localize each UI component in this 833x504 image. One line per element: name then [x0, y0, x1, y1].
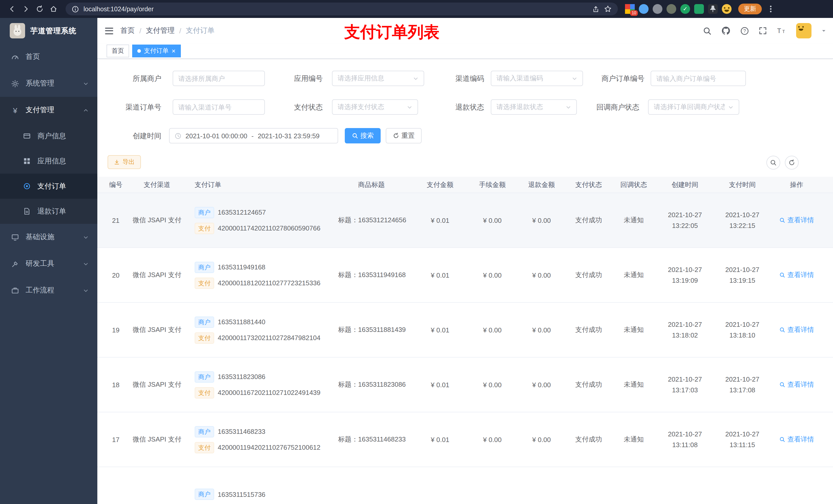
view-detail-link[interactable]: 查看详情 — [779, 325, 814, 334]
close-icon[interactable]: × — [172, 48, 175, 54]
sidebar-item-pay[interactable]: ¥ 支付管理 — [0, 97, 97, 123]
github-icon[interactable] — [721, 26, 731, 35]
sidebar-item-label: 支付管理 — [26, 105, 54, 115]
view-detail-link[interactable]: 查看详情 — [779, 380, 814, 389]
extension-face-icon[interactable] — [722, 4, 732, 14]
tab-home[interactable]: 首页 — [106, 45, 129, 57]
svg-text:T: T — [782, 29, 785, 34]
pay-status-filter-select[interactable]: 请选择支付状态 — [332, 99, 418, 115]
cell-status: 支付成功 — [566, 216, 611, 225]
date-range-start[interactable]: 2021-10-01 00:00:00 — [186, 132, 247, 140]
url-bar[interactable]: localhost:1024/pay/order — [66, 3, 618, 15]
table-row[interactable]: 21 微信 JSAPI 支付 商户1635312124657 支付4200001… — [97, 193, 833, 248]
user-avatar[interactable] — [796, 23, 811, 39]
merchant-filter-input[interactable] — [173, 71, 265, 86]
view-detail-link[interactable]: 查看详情 — [779, 270, 814, 280]
cell-status: 支付成功 — [566, 380, 611, 389]
sidebar-item-merchant-info[interactable]: 商户信息 — [0, 123, 97, 148]
app-filter-select[interactable]: 请选择应用信息 — [332, 71, 424, 86]
sidebar-item-dev-tools[interactable]: 研发工具 — [0, 250, 97, 277]
pay-order-no: 4200001174202110278060590766 — [218, 224, 320, 232]
site-info-icon[interactable] — [72, 5, 79, 13]
table-row[interactable]: 20 微信 JSAPI 支付 商户1635311949168 支付4200001… — [97, 248, 833, 303]
monitor-icon — [11, 233, 20, 241]
page-title-annotation: 支付订单列表 — [302, 22, 481, 43]
briefcase-icon — [11, 287, 20, 294]
channel-code-filter-select[interactable]: 请输入渠道编码 — [491, 71, 583, 86]
refresh-table-button[interactable] — [785, 156, 799, 170]
bookmark-star-icon[interactable] — [604, 5, 612, 13]
chevron-down-icon — [83, 261, 89, 267]
merchant-order-no: 1635311881440 — [218, 318, 265, 326]
export-button[interactable]: 导出 — [108, 155, 141, 169]
sidebar-item-system[interactable]: 系统管理 — [0, 70, 97, 97]
cell-notify: 未通知 — [611, 380, 656, 389]
extension-check-icon[interactable]: ✓ — [680, 4, 690, 14]
fullscreen-icon[interactable] — [759, 27, 767, 35]
extension-green-square-icon[interactable] — [694, 4, 704, 14]
cell-refund-amount: ¥ 0.00 — [517, 381, 566, 388]
table-row[interactable]: 18 微信 JSAPI 支付 商户1635311823086 支付4200001… — [97, 358, 833, 412]
extension-puzzle-icon[interactable]: 10 — [625, 4, 635, 14]
share-icon[interactable] — [592, 5, 599, 13]
col-header-status: 支付状态 — [566, 180, 611, 189]
date-range-end[interactable]: 2021-10-31 23:59:59 — [258, 132, 319, 140]
font-size-icon[interactable]: TT — [777, 27, 786, 35]
col-header-notify: 回调状态 — [611, 180, 656, 189]
cell-refund-amount: ¥ 0.00 — [517, 271, 566, 279]
callback-status-filter-select[interactable]: 请选择订单回调商户状态 — [648, 99, 739, 115]
update-button[interactable]: 更新 — [738, 4, 762, 14]
browser-home-button[interactable] — [47, 2, 61, 16]
browser-refresh-button[interactable] — [33, 2, 47, 16]
search-button[interactable]: 搜索 — [345, 128, 381, 143]
url-text[interactable]: localhost:1024/pay/order — [84, 5, 588, 13]
table-row[interactable]: 商户1635311515736 — [97, 467, 833, 504]
cell-fee-amount: ¥ 0.00 — [468, 436, 517, 443]
extension-gray-icon[interactable] — [653, 4, 662, 14]
breadcrumb-home[interactable]: 首页 — [120, 26, 135, 35]
cell-refund-amount: ¥ 0.00 — [517, 216, 566, 224]
search-icon[interactable] — [703, 26, 712, 35]
help-icon[interactable]: ? — [740, 26, 749, 35]
merchant-order-no: 1635311949168 — [218, 263, 265, 271]
sidebar-item-infrastructure[interactable]: 基础设施 — [0, 224, 97, 250]
cell-create-time: 2021-10-2713:11:08 — [656, 429, 714, 451]
browser-forward-button[interactable] — [19, 2, 33, 16]
sidebar-item-refund-order[interactable]: 退款订单 — [0, 199, 97, 224]
refund-status-filter-label: 退款状态 — [428, 99, 484, 115]
app-filter-label: 应用编号 — [266, 71, 323, 86]
reset-button[interactable]: 重置 — [386, 128, 422, 143]
merchant-order-no: 1635311823086 — [218, 373, 265, 381]
browser-menu-icon[interactable] — [766, 6, 775, 12]
sidebar-menu: 首页 系统管理 ¥ 支付管理 — [0, 44, 97, 304]
app-title: 芋道管理系统 — [30, 26, 76, 35]
caret-down-icon[interactable] — [821, 28, 826, 33]
merchant-order-no-filter-input[interactable] — [651, 71, 746, 86]
tab-pay-order[interactable]: 支付订单 × — [132, 45, 181, 57]
create-time-range-input[interactable]: 2021-10-01 00:00:00 - 2021-10-31 23:59:5… — [169, 128, 338, 143]
browser-back-button[interactable] — [5, 2, 19, 16]
extension-dark-icon[interactable] — [667, 4, 676, 14]
extension-pin-icon[interactable] — [708, 4, 718, 14]
channel-order-no-filter-input[interactable] — [173, 99, 265, 115]
table-row[interactable]: 19 微信 JSAPI 支付 商户1635311881440 支付4200001… — [97, 303, 833, 358]
cell-status: 支付成功 — [566, 325, 611, 334]
view-detail-link[interactable]: 查看详情 — [779, 435, 814, 444]
toggle-search-button[interactable] — [766, 156, 780, 170]
view-detail-link[interactable]: 查看详情 — [779, 216, 814, 225]
sidebar-item-pay-order[interactable]: 支付订单 — [0, 174, 97, 199]
cell-id: 20 — [104, 271, 127, 279]
sidebar-item-home[interactable]: 首页 — [0, 44, 97, 70]
extension-toolbar: 10 ✓ — [625, 4, 732, 14]
svg-text:?: ? — [743, 28, 746, 33]
app-logo[interactable]: 芋道管理系统 — [0, 18, 97, 44]
sidebar-item-workflow[interactable]: 工作流程 — [0, 277, 97, 304]
target-icon — [23, 182, 31, 190]
table-row[interactable]: 17 微信 JSAPI 支付 商户1635311468233 支付4200001… — [97, 412, 833, 467]
breadcrumb-pay[interactable]: 支付管理 — [146, 26, 175, 35]
sidebar-item-app-info[interactable]: 应用信息 — [0, 148, 97, 174]
extension-drop-icon[interactable] — [639, 4, 648, 14]
clock-icon — [175, 133, 181, 139]
refund-status-filter-select[interactable]: 请选择退款状态 — [491, 99, 577, 115]
sidebar-collapse-icon[interactable] — [97, 27, 120, 34]
